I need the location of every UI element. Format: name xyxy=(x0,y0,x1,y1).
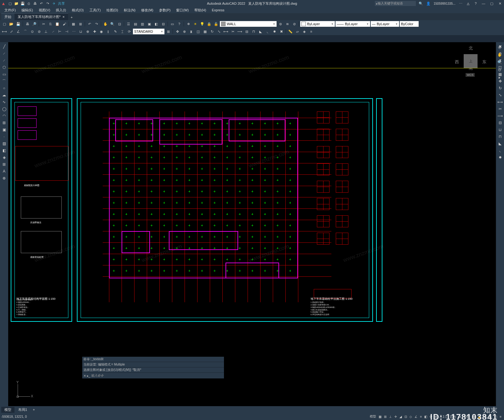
polygon-icon[interactable]: ⬡ xyxy=(1,64,7,71)
help-icon[interactable]: ? xyxy=(473,1,478,6)
lineweight-combo[interactable]: — ByLayer▼ xyxy=(371,21,399,27)
rotate2-icon[interactable]: ↻ xyxy=(497,85,503,91)
menu-format[interactable]: 格式(O) xyxy=(69,8,86,13)
ellipse-icon[interactable]: ◯ xyxy=(1,106,7,112)
lineweight2-toggle[interactable]: ≡ xyxy=(419,415,423,418)
explode2-icon[interactable]: ✸ xyxy=(497,154,503,161)
help2-icon[interactable]: ? xyxy=(176,21,182,27)
menu-view[interactable]: 视图(V) xyxy=(36,8,53,13)
open-icon[interactable]: 📁 xyxy=(14,1,19,6)
properties-icon[interactable]: ☰ xyxy=(125,21,132,27)
xline-icon[interactable]: ⟋ xyxy=(1,50,7,57)
menu-modify[interactable]: 修改(M) xyxy=(139,8,156,13)
dimlinear-icon[interactable]: ⟷ xyxy=(1,28,8,35)
stretch2-icon[interactable]: ⟷ xyxy=(497,99,503,105)
insert-block-icon[interactable]: ⊞ xyxy=(77,21,83,27)
viewcube[interactable]: 北 东 南 西 上 WCS xyxy=(455,45,486,77)
layout1-tab[interactable]: 布局1 xyxy=(15,407,30,413)
breakat-icon[interactable]: ⊟ xyxy=(497,120,503,126)
autodesk-icon[interactable]: ◬ xyxy=(466,1,471,6)
copy2-icon[interactable]: ⊕ xyxy=(181,28,187,35)
makeblock-icon[interactable]: ▣ xyxy=(1,127,7,133)
color-combo[interactable]: ByLayer▼ xyxy=(300,21,335,27)
snap-toggle[interactable]: ⊞ xyxy=(383,415,388,418)
block-icon[interactable]: ▦ xyxy=(70,21,77,27)
showmotion-icon[interactable]: ▸ xyxy=(496,74,503,81)
drawing-tab[interactable]: 某人防地下车库结构设计图*✕ xyxy=(14,13,68,20)
join2-icon[interactable]: ⊓ xyxy=(497,133,503,140)
extend2-icon[interactable]: ⟶ xyxy=(497,113,503,119)
layeroff-icon[interactable]: 💡 xyxy=(199,21,205,27)
share-icon[interactable]: ✈ xyxy=(52,1,57,6)
stretch-icon[interactable]: ⟷ xyxy=(223,28,229,35)
plotstyle-combo[interactable]: ByColor xyxy=(400,21,419,27)
extend-icon[interactable]: ⟶ xyxy=(237,28,243,35)
close-button[interactable]: ✕ xyxy=(497,1,503,6)
isodraft-toggle[interactable]: ◢ xyxy=(398,415,403,418)
modelspace-toggle[interactable]: 模型 xyxy=(369,414,377,419)
zoomext-icon[interactable]: ⊡ xyxy=(116,21,123,27)
menu-window[interactable]: 窗口(W) xyxy=(174,8,191,13)
quickcalc-icon[interactable]: ⊟ xyxy=(160,21,166,27)
linetype-combo[interactable]: —— ByLayer▼ xyxy=(335,21,370,27)
navwheel-icon[interactable]: ◎ xyxy=(496,44,503,50)
trim2-icon[interactable]: ✂ xyxy=(497,106,503,112)
layeriso-icon[interactable]: 🔓 xyxy=(213,21,219,27)
dimaligned-icon[interactable]: ⤢ xyxy=(8,28,14,35)
ellipsearc-icon[interactable]: ◠ xyxy=(1,113,7,119)
paste-icon[interactable]: 📋 xyxy=(54,21,60,27)
orbit-icon[interactable]: ⊙ xyxy=(496,67,503,73)
maximize-button[interactable]: ▢ xyxy=(489,1,495,6)
dimtedit-icon[interactable]: ⌶ xyxy=(119,28,125,35)
menu-file[interactable]: 文件(F) xyxy=(2,8,18,13)
dimedit-icon[interactable]: ✎ xyxy=(112,28,118,35)
polar-toggle[interactable]: ✛ xyxy=(393,415,398,418)
dimarc-icon[interactable]: ⌒ xyxy=(22,28,28,35)
drawing-canvas[interactable]: 北 东 南 西 上 WCS 底板配筋大样图 后浇带做法 底板留洞处理 地下车库底… xyxy=(8,42,496,406)
new-dwg-icon[interactable]: ▢ xyxy=(1,21,8,27)
dimord-icon[interactable]: ⊥ xyxy=(43,28,49,35)
menu-dimension[interactable]: 标注(N) xyxy=(121,8,138,13)
cut-icon[interactable]: ✂ xyxy=(40,21,47,27)
add-tab-button[interactable]: + xyxy=(68,14,75,20)
area-icon[interactable]: ▱ xyxy=(294,28,301,35)
explode-icon[interactable]: ✸ xyxy=(271,28,278,35)
insertblock2-icon[interactable]: ⊞ xyxy=(1,120,7,126)
toolpalette-icon[interactable]: ▥ xyxy=(139,21,146,27)
save-dwg-icon[interactable]: 💾 xyxy=(15,21,21,27)
cmd-expand-icon[interactable]: ▸_ xyxy=(87,374,90,377)
plot-icon[interactable]: 🖶 xyxy=(33,1,38,6)
help-search-input[interactable]: ▸ 输入关键字或短语 xyxy=(375,1,416,6)
search-icon[interactable]: 🔍 xyxy=(418,1,423,6)
menu-tools[interactable]: 工具(T) xyxy=(87,8,103,13)
save-icon[interactable]: 💾 xyxy=(20,1,25,6)
saveas-icon[interactable]: ⎙ xyxy=(26,1,32,6)
grid-toggle[interactable]: ▦ xyxy=(377,415,383,418)
polyline-icon[interactable]: ⟋ xyxy=(1,57,7,64)
viewcube-east[interactable]: 东 xyxy=(482,59,486,65)
redo2-icon[interactable]: ↷ xyxy=(93,21,100,27)
markup-icon[interactable]: ◧ xyxy=(153,21,159,27)
fillet2-icon[interactable]: ◟ xyxy=(497,147,503,154)
dimangular-icon[interactable]: ∠ xyxy=(15,28,21,35)
dimbase-icon[interactable]: ⊢ xyxy=(57,28,63,35)
break2-icon[interactable]: ⊔ xyxy=(497,127,503,133)
region2-icon[interactable]: ◈ xyxy=(1,154,7,161)
cloud-icon[interactable]: ⋯ xyxy=(458,1,463,6)
dimjogline-icon[interactable]: ⫿ xyxy=(105,28,112,35)
model-tab[interactable]: 模型 xyxy=(1,407,14,413)
menu-express[interactable]: Express xyxy=(209,8,227,12)
mirror-icon[interactable]: ⧗ xyxy=(188,28,194,35)
arc-icon[interactable]: ⌒ xyxy=(1,78,7,84)
viewcube-top[interactable]: 上 xyxy=(464,54,478,68)
command-input[interactable]: ✕ ▸_ 输入命令 xyxy=(82,373,224,378)
menu-help[interactable]: 帮助(H) xyxy=(192,8,209,13)
layerfreeze-icon[interactable]: ☀ xyxy=(192,21,198,27)
layerstate-icon[interactable]: ⊜ xyxy=(277,21,284,27)
matchprop-icon[interactable]: 🖌 xyxy=(61,21,67,27)
menu-draw[interactable]: 绘图(D) xyxy=(104,8,121,13)
preview-icon[interactable]: 🔎 xyxy=(31,21,37,27)
osnap-toggle[interactable]: ⊡ xyxy=(403,415,408,418)
join-icon[interactable]: ⊓ xyxy=(250,28,257,35)
chamfer2-icon[interactable]: ◣ xyxy=(497,140,503,147)
